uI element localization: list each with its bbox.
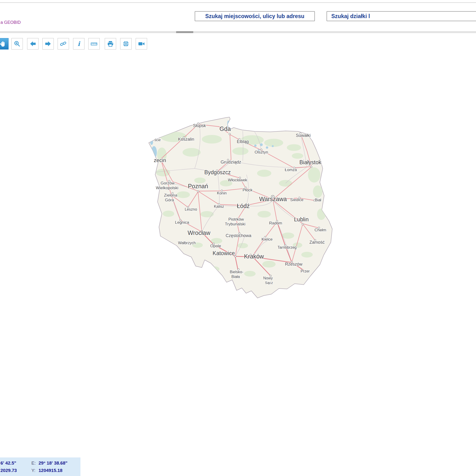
splitter-bar[interactable]: [0, 31, 476, 33]
print-tool-button[interactable]: [105, 38, 116, 50]
city-label: Opole: [210, 244, 221, 248]
city-label: Biała: [231, 275, 240, 279]
zoom-tool-button[interactable]: [11, 38, 23, 50]
city-label: Łódź: [237, 203, 250, 209]
link-icon: [60, 40, 67, 47]
svg-text:i: i: [78, 40, 81, 47]
y-coordinate-label: Y:: [32, 468, 38, 473]
city-label: Gda: [220, 125, 231, 132]
search-address-button[interactable]: Szukaj miejscowości, ulicy lub adresu: [195, 11, 315, 21]
city-label: Radom: [269, 221, 282, 225]
map-viewport[interactable]: SłupskGdaKoszalinSuwałkiElblągOlsztynści…: [140, 112, 345, 302]
city-label: Piotrków: [228, 217, 244, 221]
city-label: Słupsk: [193, 123, 206, 128]
arrow-right-icon: [45, 40, 52, 47]
city-label: Chełm: [314, 228, 326, 232]
city-label: Góra: [165, 198, 174, 202]
splitter-thumb[interactable]: [176, 31, 193, 33]
city-label: Poznań: [188, 183, 208, 189]
city-label: Bielsko-: [230, 270, 243, 274]
info-icon: i: [75, 40, 82, 47]
city-label: Trybunalski: [225, 222, 245, 226]
city-label: Wrocław: [187, 229, 210, 236]
xy-coordinates-row: 2029.73 Y: 1204915.18: [0, 467, 81, 474]
globe-icon: [122, 40, 130, 47]
city-label: Gorzów: [161, 181, 175, 186]
y-coordinate-value: 1204915.18: [38, 468, 62, 473]
video-camera-icon: [138, 40, 145, 47]
city-label: Legnica: [175, 220, 189, 225]
city-label: Leszno: [185, 207, 197, 211]
previous-view-button[interactable]: [27, 38, 38, 50]
city-label: Wielkopolski: [156, 186, 178, 190]
info-tool-button[interactable]: i: [73, 38, 85, 50]
magnifier-icon: [14, 40, 21, 47]
city-label: Wałbrzych: [178, 241, 196, 245]
city-label: Kielce: [262, 237, 272, 241]
city-label: zecin: [154, 157, 166, 163]
city-label: Grudziądz: [221, 159, 241, 165]
geo-coordinates-row: 6' 42.5" E: 29° 18' 38.68": [0, 459, 81, 467]
city-label: Zielona: [164, 193, 177, 198]
top-divider: [0, 2, 476, 3]
city-label: Rzeszów: [285, 262, 303, 267]
city-label: Warszawa: [259, 196, 287, 202]
city-marker: [302, 223, 304, 225]
pan-tool-button[interactable]: [0, 38, 9, 50]
arrow-left-icon: [29, 40, 36, 47]
search-parcel-button[interactable]: Szukaj działki l: [326, 11, 476, 21]
brand-geobid[interactable]: a GEOBID: [0, 20, 21, 25]
city-label: Płock: [242, 188, 253, 192]
x-coordinate-value: 2029.73: [0, 468, 32, 473]
city-label: Zamość: [309, 240, 325, 245]
city-label: Siedlce: [290, 198, 304, 202]
toolbar: i: [0, 38, 167, 50]
next-view-button[interactable]: [42, 38, 54, 50]
city-marker: [197, 191, 199, 192]
ruler-icon: [90, 40, 98, 47]
measure-tool-button[interactable]: [88, 38, 100, 50]
city-label: Tarnobrzeg: [277, 245, 297, 249]
city-label: Łomża: [285, 168, 297, 172]
city-label: Konin: [217, 191, 227, 195]
longitude-value: 29° 18' 38.68": [38, 460, 68, 466]
longitude-label: E:: [32, 460, 38, 466]
city-label: Kalisz: [214, 204, 224, 208]
full-extent-tool-button[interactable]: [120, 38, 132, 50]
city-label: Katowice: [213, 250, 235, 256]
city-label: Elbląg: [237, 139, 249, 144]
city-label: Olsztyn: [255, 150, 268, 154]
city-label: Lublin: [294, 216, 308, 222]
city-label: Przer: [301, 269, 310, 273]
hand-icon: [0, 40, 6, 47]
city-label: Koszalin: [178, 137, 194, 142]
city-label: Nowy: [263, 276, 273, 280]
poland-map: SłupskGdaKoszalinSuwałkiElblągOlsztynści…: [140, 112, 345, 302]
city-label: Włocławek: [228, 178, 247, 182]
city-label: Suwałki: [296, 133, 311, 138]
city-label: Białystok: [299, 159, 322, 165]
city-label: Sącz: [265, 281, 273, 285]
city-label: ście: [154, 138, 161, 142]
city-label: Kraków: [244, 253, 264, 260]
printer-icon: [107, 40, 114, 47]
coordinate-panel: 6' 42.5" E: 29° 18' 38.68" 2029.73 Y: 12…: [0, 458, 81, 476]
camera-tool-button[interactable]: [136, 38, 147, 50]
city-label: Częstochowa: [226, 233, 252, 238]
city-marker: [229, 133, 231, 135]
link-tool-button[interactable]: [58, 38, 69, 50]
city-label: Bydgoszcz: [204, 169, 231, 175]
latitude-value: 6' 42.5": [0, 460, 32, 466]
city-label: Biał: [315, 198, 321, 202]
city-marker: [311, 166, 312, 168]
